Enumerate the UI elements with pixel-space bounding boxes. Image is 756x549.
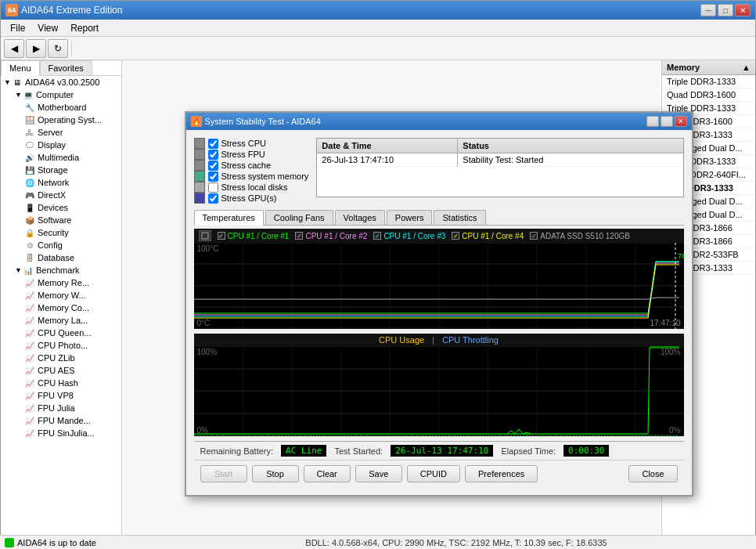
- legend-check-core4[interactable]: ✓: [452, 232, 459, 240]
- tree-label: Database: [38, 253, 74, 262]
- tree-item-computer[interactable]: ▼ 💻 Computer: [1, 88, 121, 101]
- tree-icon: 💻: [23, 89, 34, 100]
- disk-stress-icon: [194, 182, 205, 193]
- dialog-close-button[interactable]: ✕: [675, 116, 687, 127]
- tree-item-fpuvp8[interactable]: 📈 FPU VP8: [1, 389, 121, 402]
- tree-item-os[interactable]: 🪟 Operating Syst...: [1, 114, 121, 126]
- tree-item-cpuqueen[interactable]: 📈 CPU Queen...: [1, 327, 121, 339]
- tree-item-multimedia[interactable]: 🔊 Multimedia: [1, 151, 121, 164]
- tree-icon: 📈: [24, 315, 35, 326]
- preferences-button[interactable]: Preferences: [465, 465, 538, 482]
- tree-item-database[interactable]: 🗄 Database: [1, 251, 121, 264]
- menu-report[interactable]: Report: [64, 21, 105, 35]
- stress-fpu-label: Stress FPU: [221, 150, 265, 159]
- stress-fpu-checkbox[interactable]: [208, 150, 218, 160]
- tree-label: FPU SinJulia...: [38, 428, 95, 438]
- cpuid-button[interactable]: CPUID: [407, 465, 460, 482]
- menu-file[interactable]: File: [4, 21, 31, 35]
- tree-item-cpuzlib[interactable]: 📈 CPU ZLib: [1, 352, 121, 364]
- tab-cooling-fans[interactable]: Cooling Fans: [265, 210, 333, 225]
- tree-item-cpuphoto[interactable]: 📈 CPU Photo...: [1, 339, 121, 352]
- close-dialog-button[interactable]: Close: [628, 465, 677, 482]
- main-title: AIDA64 Extreme Edition: [21, 5, 700, 16]
- tab-statistics[interactable]: Statistics: [434, 210, 485, 225]
- cpu-chart-y-max: 100%: [197, 348, 218, 356]
- tree-item-cpuhash[interactable]: 📈 CPU Hash: [1, 377, 121, 389]
- app-icon: 64: [5, 4, 18, 16]
- expand-icon: ▼: [4, 78, 11, 86]
- tree-item-memlat[interactable]: 📈 Memory La...: [1, 314, 121, 327]
- tree-item-memwrite[interactable]: 📈 Memory W...: [1, 289, 121, 302]
- bottom-info-bar: Remaining Battery: AC Line Test Started:…: [194, 441, 684, 460]
- tree-item-cpuaes[interactable]: 📈 CPU AES: [1, 364, 121, 377]
- back-button[interactable]: ◀: [4, 39, 24, 58]
- legend-label-core4: CPU #1 / Core #4: [462, 232, 524, 240]
- dialog-maximize-button[interactable]: □: [661, 116, 673, 127]
- tree-item-fpumande[interactable]: 📈 FPU Mande...: [1, 414, 121, 427]
- tree-item-fpusinjulia[interactable]: 📈 FPU SinJulia...: [1, 427, 121, 439]
- dialog-body: Stress CPU Stress FPU Stress cache: [186, 130, 692, 495]
- tree-icon: ⚙: [24, 240, 35, 251]
- tree-item-memread[interactable]: 📈 Memory Re...: [1, 276, 121, 289]
- tree-item-motherboard[interactable]: 🔧 Motherboard: [1, 101, 121, 114]
- chart-tabs: Temperatures Cooling Fans Voltages Power…: [194, 210, 684, 226]
- cpu-chart-divider: |: [432, 335, 434, 345]
- legend-check-core1[interactable]: ✓: [218, 232, 225, 240]
- save-button[interactable]: Save: [355, 465, 402, 482]
- tab-temperatures[interactable]: Temperatures: [194, 210, 264, 226]
- legend-check-core2[interactable]: ✓: [295, 232, 303, 240]
- tree-item-directx[interactable]: 🎮 DirectX: [1, 189, 121, 201]
- tab-menu[interactable]: Menu: [1, 60, 40, 76]
- tab-powers[interactable]: Powers: [387, 210, 433, 225]
- legend-label-core3: CPU #1 / Core #3: [383, 232, 445, 240]
- tree-item-devices[interactable]: 📱 Devices: [1, 201, 121, 214]
- tree-item-benchmark[interactable]: ▼ 📊 Benchmark: [1, 264, 121, 276]
- tree-item-software[interactable]: 📦 Software: [1, 214, 121, 226]
- forward-button[interactable]: ▶: [26, 39, 46, 58]
- menu-view[interactable]: View: [31, 21, 64, 35]
- close-button[interactable]: ✕: [735, 4, 751, 16]
- stress-disk-checkbox[interactable]: [208, 182, 218, 193]
- expand-icon: ▼: [15, 266, 22, 274]
- tree-item-display[interactable]: 🖵 Display: [1, 139, 121, 151]
- tree-label: Multimedia: [38, 153, 79, 162]
- toolbar: ◀ ▶ ↻: [1, 37, 755, 60]
- fpu-stress-icon: [194, 149, 205, 160]
- tree-label: AIDA64 v3.00.2500: [25, 78, 99, 87]
- rp-item-1[interactable]: Quad DDR3-1600: [662, 88, 755, 102]
- stop-button[interactable]: Stop: [252, 465, 299, 482]
- stress-gpu-checkbox[interactable]: [208, 193, 218, 204]
- status-right-text: BDLL: 4.0.568-x64, CPU: 2990 MHz, TSC: 2…: [161, 538, 751, 547]
- tree-icon: 🎮: [24, 190, 35, 200]
- tree-item-storage[interactable]: 💾 Storage: [1, 164, 121, 176]
- stress-fpu-row: Stress FPU: [194, 149, 309, 160]
- tree-icon: 💾: [24, 164, 35, 175]
- stress-cache-checkbox[interactable]: [208, 161, 218, 171]
- tree-item-aida64[interactable]: ▼ 🖥 AIDA64 v3.00.2500: [1, 76, 121, 88]
- tree-label: Server: [38, 128, 63, 137]
- tree-label: Benchmark: [36, 265, 80, 275]
- minimize-button[interactable]: ─: [700, 4, 716, 16]
- maximize-button[interactable]: □: [718, 4, 733, 16]
- scrollbar-arrow[interactable]: ▲: [742, 63, 751, 72]
- tree-item-network[interactable]: 🌐 Network: [1, 176, 121, 189]
- rp-item-0[interactable]: Triple DDR3-1333: [662, 75, 755, 88]
- refresh-button[interactable]: ↻: [48, 39, 68, 58]
- tree-item-fpujulia[interactable]: 📈 FPU Julia: [1, 402, 121, 414]
- legend-check-ssd[interactable]: ✓: [530, 232, 538, 240]
- tree-item-server[interactable]: 🖧 Server: [1, 126, 121, 139]
- tab-favorites[interactable]: Favorites: [40, 60, 92, 75]
- tab-voltages[interactable]: Voltages: [335, 210, 385, 225]
- cpu-chart-header: CPU Usage | CPU Throttling: [194, 334, 684, 346]
- dialog-minimize-button[interactable]: ─: [646, 116, 659, 127]
- remaining-battery-label: Remaining Battery:: [200, 446, 274, 456]
- tree-item-security[interactable]: 🔒 Security: [1, 226, 121, 239]
- legend-check-core3[interactable]: ✓: [373, 232, 381, 240]
- tree-label: Operating Syst...: [38, 115, 102, 125]
- tree-item-memcopy[interactable]: 📈 Memory Co...: [1, 302, 121, 314]
- stress-mem-checkbox[interactable]: [208, 172, 218, 182]
- stress-cpu-checkbox[interactable]: [208, 139, 218, 149]
- clear-button[interactable]: Clear: [304, 465, 351, 482]
- tree-item-config[interactable]: ⚙ Config: [1, 239, 121, 251]
- start-button[interactable]: Start: [200, 465, 247, 482]
